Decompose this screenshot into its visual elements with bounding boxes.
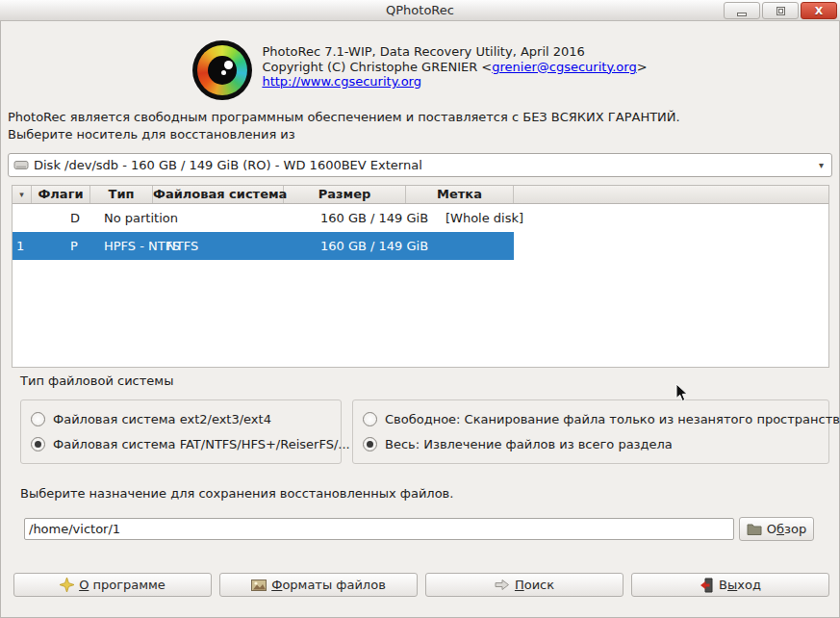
- partition-table-header: ▾ Флаги Тип Файловая система Размер Метк…: [13, 186, 828, 204]
- radio-dot: [367, 441, 373, 448]
- brand-text: PhotoRec 7.1-WIP, Data Recovery Utility,…: [262, 40, 647, 90]
- email-link[interactable]: grenier@cgsecurity.org: [492, 60, 636, 74]
- cell-size: 160 GB / 149 GiB: [320, 232, 428, 260]
- media-select-value: Disk /dev/sdb - 160 GB / 149 GiB (RO) - …: [34, 158, 819, 172]
- quit-button-label: Выход: [719, 578, 761, 592]
- about-button[interactable]: О программе: [13, 573, 212, 597]
- close-button[interactable]: X: [801, 2, 837, 19]
- column-header-filesystem[interactable]: Файловая система: [153, 186, 284, 203]
- maximize-button[interactable]: [762, 2, 799, 19]
- minimize-button[interactable]: [724, 2, 760, 19]
- cell-label: [Whole disk]: [445, 204, 523, 232]
- arrow-right-icon: [495, 579, 510, 591]
- destination-path-input[interactable]: [24, 518, 734, 540]
- radio-label: Весь: Извлечение файлов из всего раздела: [385, 437, 673, 451]
- copyright-suffix: >: [637, 60, 648, 74]
- copyright-line: Copyright (C) Christophe GRENIER <grenie…: [262, 60, 647, 75]
- column-header-size[interactable]: Размер: [284, 186, 406, 203]
- folder-icon: [747, 523, 762, 535]
- search-button-label: Поиск: [515, 578, 554, 592]
- radio-fat-ntfs-hfs[interactable]: Файловая система FAT/NTFS/HFS+/ReiserFS/…: [31, 437, 350, 451]
- radio-whole-partition[interactable]: Весь: Извлечение файлов из всего раздела: [363, 437, 673, 451]
- cell-num: 1: [16, 232, 24, 260]
- column-header-label[interactable]: Метка: [406, 186, 514, 203]
- website-line: http://www.cgsecurity.org: [262, 74, 647, 90]
- radio-icon: [363, 412, 377, 426]
- exit-door-icon: [700, 578, 714, 593]
- fs-type-groupbox: Файловая система ext2/ext3/ext4 Файловая…: [20, 399, 342, 464]
- window-controls: X: [724, 2, 837, 19]
- maximize-icon: [776, 7, 785, 15]
- copyright-prefix: Copyright (C) Christophe GRENIER <: [262, 60, 492, 74]
- title-bar[interactable]: QPhotoRec X: [0, 0, 840, 21]
- chevron-down-icon: ▾: [819, 160, 824, 170]
- radio-label: Файловая система ext2/ext3/ext4: [53, 412, 271, 426]
- sort-arrow-icon: ▾: [19, 190, 24, 199]
- close-icon: X: [815, 5, 823, 17]
- qphotorec-window: QPhotoRec X PhotoRec 7.1-WIP, Data Recov…: [0, 0, 840, 618]
- minimize-icon: [737, 13, 747, 16]
- brand-header: PhotoRec 7.1-WIP, Data Recovery Utility,…: [0, 40, 840, 100]
- radio-dot: [35, 441, 41, 448]
- media-select[interactable]: Disk /dev/sdb - 160 GB / 149 GiB (RO) - …: [8, 153, 832, 177]
- logo-glint: [224, 61, 233, 69]
- license-note: PhotoRec является свободным программным …: [8, 110, 680, 124]
- website-link[interactable]: http://www.cgsecurity.org: [262, 74, 421, 89]
- quit-button[interactable]: Выход: [631, 573, 829, 597]
- column-header-type[interactable]: Тип: [90, 186, 153, 203]
- about-button-label: О программе: [79, 578, 165, 592]
- file-formats-button-label: Форматы файлов: [271, 578, 386, 592]
- sort-column-header[interactable]: ▾: [13, 186, 32, 203]
- file-formats-button[interactable]: Форматы файлов: [219, 573, 418, 597]
- radio-free-space[interactable]: Свободное: Сканирование файла только из …: [363, 412, 840, 426]
- disk-icon: [13, 159, 29, 171]
- cell-size: 160 GB / 149 GiB: [320, 204, 428, 232]
- scan-mode-groupbox: Свободное: Сканирование файла только из …: [352, 399, 829, 464]
- radio-icon: [363, 437, 377, 451]
- browse-button[interactable]: Обзор: [739, 517, 814, 541]
- cell-type: No partition: [104, 204, 178, 232]
- search-button[interactable]: Поиск: [425, 573, 624, 597]
- window-title: QPhotoRec: [386, 3, 454, 17]
- cell-flags: P: [70, 232, 78, 260]
- radio-label: Свободное: Сканирование файла только из …: [385, 412, 840, 426]
- cell-filesystem: NTFS: [166, 232, 198, 260]
- photorec-logo-icon: [192, 40, 252, 100]
- column-header-flags[interactable]: Флаги: [32, 186, 90, 203]
- destination-label: Выберите назначение для сохранения восст…: [20, 486, 453, 501]
- radio-icon: [31, 437, 45, 451]
- cell-flags: D: [70, 204, 80, 232]
- radio-ext2-ext3-ext4[interactable]: Файловая система ext2/ext3/ext4: [31, 412, 271, 426]
- browse-button-label: Обзор: [767, 522, 806, 536]
- star-icon: [60, 578, 74, 592]
- version-line: PhotoRec 7.1-WIP, Data Recovery Utility,…: [262, 44, 647, 60]
- table-row-partition-1[interactable]: 1 P HPFS - NTFS NTFS 160 GB / 149 GiB: [13, 232, 514, 260]
- fs-type-label: Тип файловой системы: [20, 373, 173, 388]
- radio-icon: [31, 412, 45, 426]
- radio-label: Файловая система FAT/NTFS/HFS+/ReiserFS/…: [53, 437, 350, 451]
- image-icon: [251, 579, 267, 591]
- logo-glint: [221, 70, 226, 75]
- table-row-whole-disk[interactable]: D No partition 160 GB / 149 GiB [Whole d…: [13, 204, 514, 232]
- action-button-row: О программе Форматы файлов Поиск Выход: [13, 573, 829, 597]
- partition-table[interactable]: ▾ Флаги Тип Файловая система Размер Метк…: [12, 185, 829, 368]
- media-select-label: Выберите носитель для восстановления из: [8, 127, 295, 142]
